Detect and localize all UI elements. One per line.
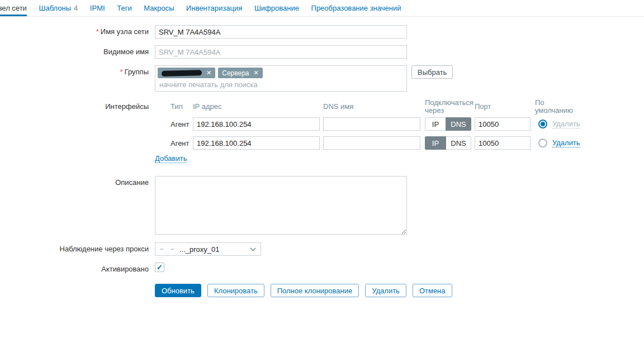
- row-visible-name: Видимое имя: [0, 45, 644, 59]
- interface-type: Агент: [171, 139, 193, 147]
- interface-ip-input[interactable]: [193, 136, 320, 150]
- toggle-ip-button[interactable]: IP: [425, 117, 446, 131]
- update-button[interactable]: Обновить: [155, 284, 201, 297]
- enabled-label: Активировано: [0, 263, 149, 276]
- groups-multiselect[interactable]: ✕ Сервера ✕ начните печатать для поиска: [155, 65, 407, 92]
- interface-dns-input[interactable]: [323, 136, 420, 150]
- tab-templates[interactable]: Шаблоны4: [39, 4, 78, 17]
- default-radio[interactable]: [538, 120, 547, 128]
- row-interfaces: Интерфейсы Тип IP адрес DNS имя Подключа…: [0, 98, 644, 169]
- group-chip-servers[interactable]: Сервера ✕: [218, 68, 263, 78]
- redacted-text: [160, 249, 174, 250]
- proxy-select[interactable]: ..._proxy_01: [155, 242, 261, 256]
- visible-name-input[interactable]: [155, 45, 407, 59]
- footer-buttons: Обновить Клонировать Полное клонирование…: [155, 284, 644, 297]
- clone-button[interactable]: Клонировать: [207, 284, 264, 297]
- col-header-port: Порт: [475, 103, 531, 111]
- enabled-checkbox[interactable]: ✓: [155, 263, 164, 272]
- col-header-default: По умолчанию: [535, 99, 577, 115]
- groups-select-button[interactable]: Выбрать: [411, 65, 453, 79]
- description-label: Описание: [0, 176, 149, 189]
- tab-host[interactable]: Узел сети: [0, 4, 27, 17]
- visible-name-label: Видимое имя: [0, 45, 149, 59]
- row-description: Описание: [0, 176, 644, 235]
- host-name-label: *Имя узла сети: [0, 25, 149, 39]
- col-header-ip: IP адрес: [193, 103, 320, 111]
- col-header-type: Тип: [171, 103, 193, 111]
- interface-add-link[interactable]: Добавить: [155, 154, 187, 163]
- tab-encryption[interactable]: Шифрование: [254, 4, 299, 17]
- full-clone-button[interactable]: Полное клонирование: [271, 284, 359, 297]
- row-enabled: Активировано ✓: [0, 263, 644, 276]
- interfaces-label: Интерфейсы: [0, 98, 149, 115]
- host-form: *Имя узла сети Видимое имя *Группы ✕ Сер…: [0, 25, 644, 297]
- cancel-button[interactable]: Отмена: [413, 284, 452, 297]
- toggle-ip-button[interactable]: IP: [425, 136, 446, 150]
- groups-label: *Группы: [0, 65, 149, 79]
- col-header-dns: DNS имя: [323, 103, 420, 111]
- interfaces-header: Тип IP адрес DNS имя Подключаться через …: [171, 98, 580, 115]
- toggle-dns-button[interactable]: DNS: [446, 136, 471, 150]
- redacted-text: [162, 70, 202, 77]
- remove-icon[interactable]: ✕: [254, 70, 259, 76]
- interface-row: Агент IP DNS Удалить: [171, 117, 580, 131]
- interface-port-input[interactable]: [475, 136, 531, 150]
- proxy-label: Наблюдение через прокси: [0, 242, 149, 256]
- host-name-input[interactable]: [155, 25, 407, 39]
- description-textarea[interactable]: [155, 176, 407, 235]
- tab-templates-count: 4: [74, 4, 78, 12]
- row-groups: *Группы ✕ Сервера ✕ начните печатать для…: [0, 65, 644, 92]
- tab-value-mapping[interactable]: Преобразование значений: [311, 4, 401, 17]
- row-host-name: *Имя узла сети: [0, 25, 644, 39]
- groups-search-placeholder: начните печатать для поиска: [158, 79, 404, 90]
- interface-row: Агент IP DNS Удалить: [171, 136, 580, 150]
- tab-macros[interactable]: Макросы: [144, 4, 174, 17]
- tab-ipmi[interactable]: IPMI: [90, 4, 105, 17]
- default-radio[interactable]: [538, 139, 547, 147]
- interface-type: Агент: [171, 120, 193, 128]
- group-chip-redacted[interactable]: ✕: [158, 68, 215, 78]
- interface-ip-input[interactable]: [193, 117, 320, 131]
- connect-via-toggle: IP DNS: [425, 117, 472, 131]
- toggle-dns-button[interactable]: DNS: [446, 117, 471, 131]
- remove-icon[interactable]: ✕: [206, 70, 211, 76]
- row-proxy: Наблюдение через прокси ..._proxy_01: [0, 242, 644, 256]
- col-header-connect-via: Подключаться через: [425, 99, 472, 115]
- tab-tags[interactable]: Теги: [117, 4, 131, 17]
- required-asterisk: *: [120, 68, 123, 76]
- interface-dns-input[interactable]: [323, 117, 420, 131]
- proxy-select-value: ..._proxy_01: [179, 245, 220, 254]
- tab-bar: Узел сети Шаблоны4 IPMI Теги Макросы Инв…: [0, 0, 644, 17]
- group-chip-label: Сервера: [222, 69, 249, 77]
- delete-button[interactable]: Удалить: [365, 284, 406, 297]
- connect-via-toggle: IP DNS: [425, 136, 472, 150]
- required-asterisk: *: [96, 27, 99, 36]
- chevron-down-icon: [250, 247, 256, 251]
- tab-inventory[interactable]: Инвентаризация: [186, 4, 242, 17]
- interface-remove-link[interactable]: Удалить: [552, 139, 580, 147]
- interface-remove-link[interactable]: Удалить: [552, 120, 580, 128]
- interface-port-input[interactable]: [475, 117, 531, 131]
- tab-templates-label: Шаблоны: [39, 4, 71, 12]
